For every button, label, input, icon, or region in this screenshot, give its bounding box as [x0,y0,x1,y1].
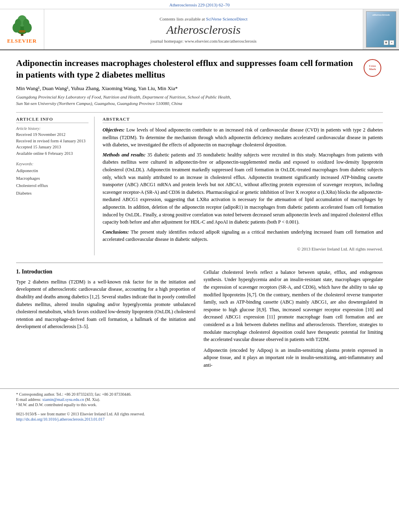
crossmark-icon: CrossMark [364,59,381,77]
objectives-label: Objectives: [103,127,125,133]
keywords-list: Adiponectin Macrophages Cholesterol effl… [16,167,88,197]
abstract-heading: ABSTRACT [103,117,383,123]
history-label: Article history: [16,126,88,131]
keywords-block: Keywords: Adiponectin Macrophages Choles… [16,162,88,197]
available-date: Available online 6 February 2013 [16,150,88,157]
journal-header: ELSEVIER Contents lists available at Sci… [0,9,399,50]
abstract-objectives: Objectives: Low levels of blood adiponec… [103,126,383,149]
keywords-label: Keywords: [16,162,88,166]
email-line: E-mail address: xiamin@mail.sysu.edu.cn … [16,397,383,402]
abstract-block: Objectives: Low levels of blood adiponec… [103,126,383,251]
conclusions-label: Conclusions: [103,229,129,235]
affiliation: Guangdong Provincial Key Laboratory of F… [16,94,383,107]
elsevier-wordmark: ELSEVIER [7,38,37,44]
journal-citation: Atherosclerosis 229 (2013) 62–70 [0,0,399,9]
article-title-area: Adiponectin increases macrophages choles… [16,58,383,80]
svg-point-5 [15,19,21,27]
article-info-column: ARTICLE INFO Article history: Received 1… [16,117,95,255]
introduction-section: 1. Introduction Type 2 diabetes mellitus… [16,269,383,372]
corresponding-author: * Corresponding author. Tel.: +86 20 873… [16,392,383,396]
cover-icon-1: ⊕ [384,40,389,45]
intro-left-col: 1. Introduction Type 2 diabetes mellitus… [16,269,195,372]
email-link[interactable]: xiamin@mail.sysu.edu.cn [42,397,84,402]
article-info-abstract-section: ARTICLE INFO Article history: Received 1… [16,112,383,255]
revised-date: Received in revised form 4 January 2013 [16,138,88,144]
license-text: 0021-9150/$ – see front matter © 2013 El… [16,411,383,417]
svg-rect-7 [19,30,25,33]
accepted-date: Accepted 15 January 2013 [16,144,88,150]
elsevier-logo-area: ELSEVIER [0,9,44,49]
journal-cover: atherosclerosis ⊕ ≡ [366,11,396,47]
svg-point-6 [23,19,29,27]
journal-cover-area: atherosclerosis ⊕ ≡ [363,9,399,49]
intro-paragraph-1: Type 2 diabetes mellitus (T2DM) is a wel… [16,278,195,331]
intro-heading: 1. Introduction [16,269,195,275]
cover-icons: ⊕ ≡ [384,40,394,45]
elsevier-tree-icon [10,15,34,37]
cover-icon-2: ≡ [389,40,394,45]
page-footer: * Corresponding author. Tel.: +86 20 873… [0,388,399,421]
methods-label: Methods and results: [103,152,146,158]
journal-title-area: Contents lists available at SciVerse Sci… [44,9,363,49]
sciverse-line: Contents lists available at SciVerse Sci… [160,16,247,21]
abstract-text: Objectives: Low levels of blood adiponec… [103,126,383,243]
abstract-methods: Methods and results: 35 diabetic patient… [103,151,383,226]
intro-paragraph-2: Cellular cholesterol levels reflect a ba… [204,269,383,369]
keyword-4: Diabetes [16,189,88,197]
abstract-conclusions: Conclusions: The present study identifie… [103,228,383,243]
citation-text: Atherosclerosis 229 (2013) 62–70 [169,2,230,7]
keyword-1: Adiponectin [16,167,88,175]
copyright-line: © 2013 Elsevier Ireland Ltd. All rights … [103,246,383,251]
sciverse-link[interactable]: SciVerse ScienceDirect [206,16,247,21]
keyword-2: Macrophages [16,175,88,182]
journal-homepage: journal homepage: www.elsevier.com/locat… [150,39,257,43]
journal-title: Atherosclerosis [167,23,241,37]
crossmark-badge[interactable]: CrossMark [364,59,383,78]
article-info-heading: ARTICLE INFO [16,117,88,123]
article-title-text: Adiponectin increases macrophages choles… [16,58,360,80]
article-history: Article history: Received 19 November 20… [16,126,88,157]
keyword-3: Cholesterol efflux [16,182,88,189]
section-divider [16,263,383,263]
elsevier-logo: ELSEVIER [7,15,37,44]
doi-link[interactable]: http://dx.doi.org/10.1016/j.atherosclero… [16,417,383,421]
cover-title: atherosclerosis [372,13,390,16]
equal-contribution-note: ¹ M.W. and D.W. contributed equally to t… [16,403,383,407]
article-content: Adiponectin increases macrophages choles… [0,50,399,380]
abstract-column: ABSTRACT Objectives: Low levels of blood… [103,117,383,255]
received-date: Received 19 November 2012 [16,131,88,138]
authors: Min Wang¹, Duan Wang¹, Yuhua Zhang, Xiao… [16,85,383,92]
intro-right-col: Cellular cholesterol levels reflect a ba… [204,269,383,372]
